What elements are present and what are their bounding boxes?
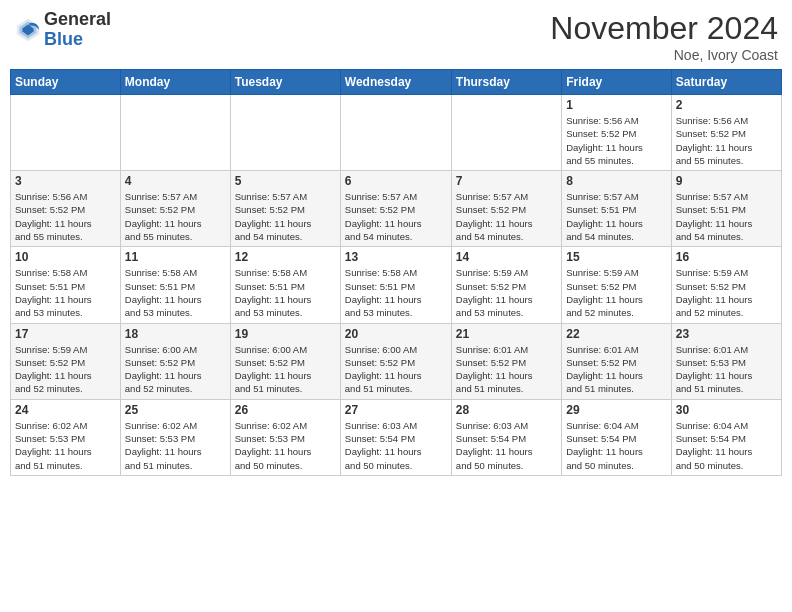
calendar-cell: 28Sunrise: 6:03 AM Sunset: 5:54 PM Dayli… — [451, 399, 561, 475]
day-info: Sunrise: 5:56 AM Sunset: 5:52 PM Dayligh… — [676, 114, 777, 167]
day-info: Sunrise: 6:02 AM Sunset: 5:53 PM Dayligh… — [15, 419, 116, 472]
day-info: Sunrise: 5:56 AM Sunset: 5:52 PM Dayligh… — [15, 190, 116, 243]
day-number: 12 — [235, 250, 336, 264]
day-info: Sunrise: 6:00 AM Sunset: 5:52 PM Dayligh… — [235, 343, 336, 396]
calendar-cell: 15Sunrise: 5:59 AM Sunset: 5:52 PM Dayli… — [562, 247, 671, 323]
calendar-cell: 1Sunrise: 5:56 AM Sunset: 5:52 PM Daylig… — [562, 95, 671, 171]
page-header: General Blue November 2024 Noe, Ivory Co… — [10, 10, 782, 63]
day-number: 6 — [345, 174, 447, 188]
day-info: Sunrise: 6:04 AM Sunset: 5:54 PM Dayligh… — [566, 419, 666, 472]
calendar-cell: 9Sunrise: 5:57 AM Sunset: 5:51 PM Daylig… — [671, 171, 781, 247]
day-info: Sunrise: 6:03 AM Sunset: 5:54 PM Dayligh… — [456, 419, 557, 472]
calendar-cell: 7Sunrise: 5:57 AM Sunset: 5:52 PM Daylig… — [451, 171, 561, 247]
calendar-cell: 30Sunrise: 6:04 AM Sunset: 5:54 PM Dayli… — [671, 399, 781, 475]
location-subtitle: Noe, Ivory Coast — [550, 47, 778, 63]
calendar-cell: 29Sunrise: 6:04 AM Sunset: 5:54 PM Dayli… — [562, 399, 671, 475]
day-number: 20 — [345, 327, 447, 341]
day-info: Sunrise: 5:57 AM Sunset: 5:51 PM Dayligh… — [676, 190, 777, 243]
calendar-cell: 17Sunrise: 5:59 AM Sunset: 5:52 PM Dayli… — [11, 323, 121, 399]
calendar-header-saturday: Saturday — [671, 70, 781, 95]
logo-text-general: General — [44, 9, 111, 29]
day-info: Sunrise: 5:57 AM Sunset: 5:52 PM Dayligh… — [345, 190, 447, 243]
calendar-cell: 13Sunrise: 5:58 AM Sunset: 5:51 PM Dayli… — [340, 247, 451, 323]
day-number: 19 — [235, 327, 336, 341]
day-info: Sunrise: 5:57 AM Sunset: 5:51 PM Dayligh… — [566, 190, 666, 243]
calendar-cell: 21Sunrise: 6:01 AM Sunset: 5:52 PM Dayli… — [451, 323, 561, 399]
day-number: 4 — [125, 174, 226, 188]
logo-icon — [14, 16, 42, 44]
day-number: 25 — [125, 403, 226, 417]
day-info: Sunrise: 6:00 AM Sunset: 5:52 PM Dayligh… — [125, 343, 226, 396]
calendar-cell: 10Sunrise: 5:58 AM Sunset: 5:51 PM Dayli… — [11, 247, 121, 323]
calendar-cell: 3Sunrise: 5:56 AM Sunset: 5:52 PM Daylig… — [11, 171, 121, 247]
calendar-cell: 2Sunrise: 5:56 AM Sunset: 5:52 PM Daylig… — [671, 95, 781, 171]
day-info: Sunrise: 6:01 AM Sunset: 5:52 PM Dayligh… — [566, 343, 666, 396]
day-number: 13 — [345, 250, 447, 264]
calendar-cell: 26Sunrise: 6:02 AM Sunset: 5:53 PM Dayli… — [230, 399, 340, 475]
day-number: 14 — [456, 250, 557, 264]
day-info: Sunrise: 5:58 AM Sunset: 5:51 PM Dayligh… — [345, 266, 447, 319]
calendar-cell: 25Sunrise: 6:02 AM Sunset: 5:53 PM Dayli… — [120, 399, 230, 475]
day-number: 17 — [15, 327, 116, 341]
day-number: 5 — [235, 174, 336, 188]
day-info: Sunrise: 6:01 AM Sunset: 5:52 PM Dayligh… — [456, 343, 557, 396]
day-number: 27 — [345, 403, 447, 417]
calendar-cell: 19Sunrise: 6:00 AM Sunset: 5:52 PM Dayli… — [230, 323, 340, 399]
day-number: 7 — [456, 174, 557, 188]
day-number: 18 — [125, 327, 226, 341]
day-number: 29 — [566, 403, 666, 417]
calendar-cell: 11Sunrise: 5:58 AM Sunset: 5:51 PM Dayli… — [120, 247, 230, 323]
day-number: 24 — [15, 403, 116, 417]
calendar-cell — [120, 95, 230, 171]
calendar-cell: 27Sunrise: 6:03 AM Sunset: 5:54 PM Dayli… — [340, 399, 451, 475]
calendar-cell: 16Sunrise: 5:59 AM Sunset: 5:52 PM Dayli… — [671, 247, 781, 323]
calendar-cell: 8Sunrise: 5:57 AM Sunset: 5:51 PM Daylig… — [562, 171, 671, 247]
calendar-cell: 23Sunrise: 6:01 AM Sunset: 5:53 PM Dayli… — [671, 323, 781, 399]
day-info: Sunrise: 6:02 AM Sunset: 5:53 PM Dayligh… — [235, 419, 336, 472]
logo: General Blue — [14, 10, 111, 50]
day-info: Sunrise: 5:59 AM Sunset: 5:52 PM Dayligh… — [566, 266, 666, 319]
day-number: 30 — [676, 403, 777, 417]
day-number: 11 — [125, 250, 226, 264]
logo-text-blue: Blue — [44, 29, 83, 49]
day-info: Sunrise: 5:59 AM Sunset: 5:52 PM Dayligh… — [676, 266, 777, 319]
day-number: 3 — [15, 174, 116, 188]
calendar-cell — [451, 95, 561, 171]
day-number: 16 — [676, 250, 777, 264]
calendar-header-thursday: Thursday — [451, 70, 561, 95]
calendar-header-friday: Friday — [562, 70, 671, 95]
calendar-cell — [11, 95, 121, 171]
calendar-cell: 14Sunrise: 5:59 AM Sunset: 5:52 PM Dayli… — [451, 247, 561, 323]
day-number: 15 — [566, 250, 666, 264]
calendar-cell — [230, 95, 340, 171]
day-info: Sunrise: 5:58 AM Sunset: 5:51 PM Dayligh… — [235, 266, 336, 319]
day-number: 10 — [15, 250, 116, 264]
day-info: Sunrise: 5:57 AM Sunset: 5:52 PM Dayligh… — [456, 190, 557, 243]
day-info: Sunrise: 5:59 AM Sunset: 5:52 PM Dayligh… — [456, 266, 557, 319]
calendar-cell: 5Sunrise: 5:57 AM Sunset: 5:52 PM Daylig… — [230, 171, 340, 247]
day-number: 21 — [456, 327, 557, 341]
day-number: 23 — [676, 327, 777, 341]
day-info: Sunrise: 5:58 AM Sunset: 5:51 PM Dayligh… — [125, 266, 226, 319]
day-info: Sunrise: 5:56 AM Sunset: 5:52 PM Dayligh… — [566, 114, 666, 167]
day-number: 22 — [566, 327, 666, 341]
calendar-header-monday: Monday — [120, 70, 230, 95]
calendar-cell: 12Sunrise: 5:58 AM Sunset: 5:51 PM Dayli… — [230, 247, 340, 323]
calendar-cell: 22Sunrise: 6:01 AM Sunset: 5:52 PM Dayli… — [562, 323, 671, 399]
day-number: 26 — [235, 403, 336, 417]
calendar-cell: 18Sunrise: 6:00 AM Sunset: 5:52 PM Dayli… — [120, 323, 230, 399]
day-info: Sunrise: 6:01 AM Sunset: 5:53 PM Dayligh… — [676, 343, 777, 396]
day-info: Sunrise: 6:02 AM Sunset: 5:53 PM Dayligh… — [125, 419, 226, 472]
day-number: 8 — [566, 174, 666, 188]
title-block: November 2024 Noe, Ivory Coast — [550, 10, 778, 63]
calendar-cell: 6Sunrise: 5:57 AM Sunset: 5:52 PM Daylig… — [340, 171, 451, 247]
calendar-header-wednesday: Wednesday — [340, 70, 451, 95]
calendar-cell: 4Sunrise: 5:57 AM Sunset: 5:52 PM Daylig… — [120, 171, 230, 247]
day-number: 2 — [676, 98, 777, 112]
day-info: Sunrise: 5:59 AM Sunset: 5:52 PM Dayligh… — [15, 343, 116, 396]
day-info: Sunrise: 5:57 AM Sunset: 5:52 PM Dayligh… — [235, 190, 336, 243]
calendar-cell: 24Sunrise: 6:02 AM Sunset: 5:53 PM Dayli… — [11, 399, 121, 475]
month-title: November 2024 — [550, 10, 778, 47]
calendar-cell — [340, 95, 451, 171]
calendar-table: SundayMondayTuesdayWednesdayThursdayFrid… — [10, 69, 782, 476]
